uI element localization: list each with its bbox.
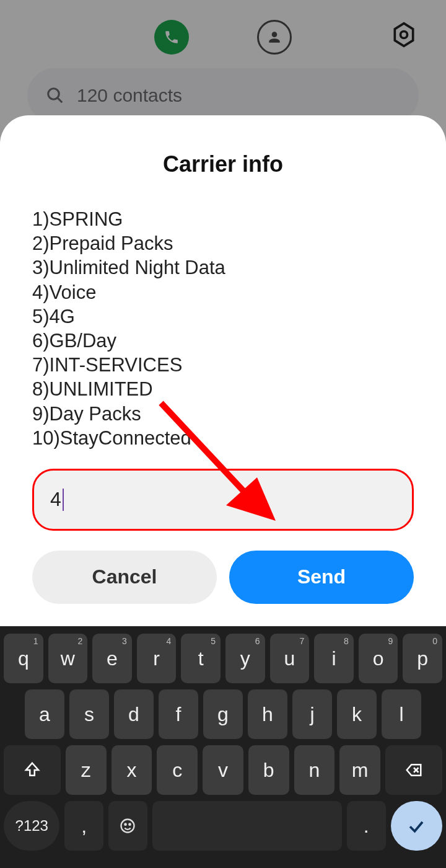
key-e[interactable]: e3 [92,634,132,683]
key-u[interactable]: u7 [270,634,310,683]
key-g[interactable]: g [203,689,243,739]
key-k[interactable]: k [337,689,377,739]
ussd-input[interactable]: 4 [32,469,414,531]
key-p[interactable]: p0 [403,634,442,683]
key-d[interactable]: d [114,689,154,739]
key-q[interactable]: q1 [4,634,43,683]
menu-option: 8)UNLIMITED [32,377,414,401]
menu-option: 2)Prepaid Packs [32,231,414,255]
key-w[interactable]: w2 [48,634,88,683]
svg-point-10 [125,824,126,825]
svg-point-9 [121,820,134,833]
menu-option: 9)Day Packs [32,402,414,426]
menu-option: 6)GB/Day [32,329,414,353]
key-l[interactable]: l [382,689,421,739]
enter-key[interactable] [391,801,443,851]
menu-option: 1)SPRING [32,207,414,231]
dialog-title: Carrier info [32,151,414,177]
key-m[interactable]: m [339,745,380,795]
key-h[interactable]: h [248,689,287,739]
emoji-icon [119,817,136,835]
key-b[interactable]: b [248,745,289,795]
key-y[interactable]: y6 [225,634,265,683]
key-row-1: q1 w2 e3 r4 t5 y6 u7 i8 o9 p0 [4,634,442,683]
soft-keyboard: q1 w2 e3 r4 t5 y6 u7 i8 o9 p0 a s d f g … [0,626,446,868]
backspace-key[interactable] [385,745,442,795]
key-f[interactable]: f [159,689,198,739]
key-z[interactable]: z [66,745,107,795]
key-x[interactable]: x [112,745,152,795]
menu-option: 7)INT-SERVICES [32,353,414,377]
key-r[interactable]: r4 [137,634,177,683]
key-c[interactable]: c [157,745,198,795]
key-v[interactable]: v [203,745,243,795]
key-a[interactable]: a [25,689,64,739]
shift-key[interactable] [4,745,61,795]
dialog-buttons: Cancel Send [32,551,414,604]
cancel-button[interactable]: Cancel [32,551,217,604]
key-n[interactable]: n [294,745,335,795]
check-icon [406,817,427,835]
key-row-4: ?123 , . [4,801,442,851]
menu-option: 10)StayConnected [32,426,414,450]
shift-icon [23,761,42,779]
menu-option: 5)4G [32,304,414,329]
svg-point-11 [129,824,131,825]
comma-key[interactable]: , [64,801,103,851]
menu-option: 3)Unlimited Night Data [32,255,414,280]
key-t[interactable]: t5 [181,634,221,683]
symbols-key[interactable]: ?123 [4,801,59,851]
backspace-icon [403,761,424,779]
key-i[interactable]: i8 [314,634,354,683]
menu-option: 4)Voice [32,280,414,304]
input-value: 4 [50,488,61,511]
space-key[interactable] [152,801,342,851]
key-j[interactable]: j [292,689,332,739]
text-caret [63,489,64,511]
key-o[interactable]: o9 [359,634,398,683]
key-s[interactable]: s [69,689,109,739]
emoji-key[interactable] [108,801,147,851]
carrier-info-dialog: Carrier info 1)SPRING 2)Prepaid Packs 3)… [0,115,446,626]
key-row-2: a s d f g h j k l [4,689,442,739]
period-key[interactable]: . [347,801,386,851]
ussd-menu-list: 1)SPRING 2)Prepaid Packs 3)Unlimited Nig… [32,207,414,450]
send-button[interactable]: Send [229,551,414,604]
key-row-3: z x c v b n m [4,745,442,795]
